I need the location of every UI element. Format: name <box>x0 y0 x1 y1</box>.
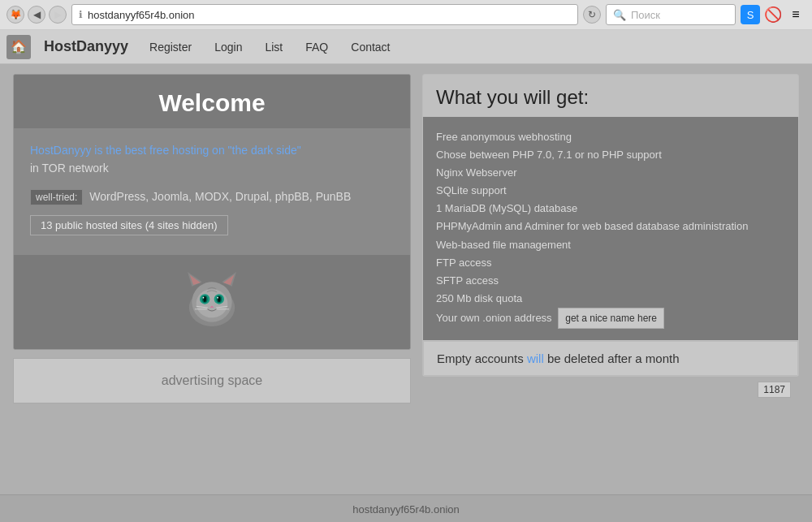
svg-point-12 <box>218 296 221 302</box>
main-content: Welcome HostDanyyy is the best free host… <box>0 64 812 494</box>
address-bar[interactable]: ℹ hostdanyyf65r4b.onion <box>71 4 578 25</box>
nav-login[interactable]: Login <box>203 32 253 62</box>
cat-container <box>14 255 410 349</box>
well-tried-badge: well-tried: <box>30 189 83 205</box>
empty-text1: Empty accounts <box>437 352 527 365</box>
browser-chrome: 🦊 ◀ ▶ ℹ hostdanyyf65r4b.onion ↻ 🔍 Поиск … <box>0 0 812 30</box>
search-bar[interactable]: 🔍 Поиск <box>606 4 736 25</box>
nav-buttons: 🦊 ◀ ▶ <box>6 6 67 24</box>
benefit-3: Nginx Webserver <box>436 164 785 182</box>
empty-accounts-text: Empty accounts will be deleted after a m… <box>437 352 680 365</box>
sites-badge-container: 13 public hosted sites (4 sites hidden) <box>30 215 394 242</box>
advertising-label: advertising space <box>162 373 263 387</box>
benefits-title: What you will get: <box>436 86 785 109</box>
nav-bar: 🏠 HostDanyyy Register Login List FAQ Con… <box>0 30 812 64</box>
svg-point-14 <box>217 297 218 299</box>
welcome-header: Welcome <box>14 75 410 128</box>
benefit-5: 1 MariaDB (MySQL) database <box>436 200 785 218</box>
benefit-onion: Your own .onion address get a nice name … <box>436 308 785 329</box>
svg-point-13 <box>203 297 205 299</box>
benefit-8: FTP access <box>436 254 785 272</box>
sites-badge: 13 public hosted sites (4 sites hidden) <box>30 215 228 235</box>
footer: hostdanyyf65r4b.onion <box>0 494 812 522</box>
home-button[interactable]: 🏠 <box>6 35 31 59</box>
refresh-button[interactable]: ↻ <box>583 6 601 24</box>
welcome-box: Welcome HostDanyyy is the best free host… <box>13 74 411 350</box>
forward-button[interactable]: ▶ <box>49 6 67 24</box>
footer-domain: hostdanyyf65r4b.onion <box>352 503 460 516</box>
benefit-1: Free anonymous webhosting <box>436 128 785 146</box>
onion-button[interactable]: get a nice name here <box>558 308 664 329</box>
nav-brand[interactable]: HostDanyyy <box>34 38 138 55</box>
counter-box: 1187 <box>758 382 791 398</box>
content-row: Welcome HostDanyyy is the best free host… <box>13 74 799 403</box>
welcome-body: HostDanyyy is the best free hosting on "… <box>14 128 410 255</box>
benefit-6: PHPMyAdmin and Adminer for web based dat… <box>436 218 785 235</box>
nav-register[interactable]: Register <box>138 32 203 62</box>
benefit-10: 250 Mb disk quota <box>436 290 785 308</box>
nav-links: Register Login List FAQ Contact <box>138 32 401 62</box>
search-icon: 🔍 <box>613 9 626 21</box>
address-text: hostdanyyf65r4b.onion <box>88 9 195 21</box>
benefit-2: Chose between PHP 7.0, 7.1 or no PHP sup… <box>436 146 785 164</box>
nav-list[interactable]: List <box>253 32 294 62</box>
menu-button[interactable]: ≡ <box>786 5 806 24</box>
info-icon: ℹ <box>79 9 83 20</box>
left-panel: Welcome HostDanyyy is the best free host… <box>13 74 411 403</box>
search-placeholder: Поиск <box>631 9 660 21</box>
benefit-9: SFTP access <box>436 272 785 290</box>
svg-point-6 <box>197 289 228 317</box>
well-tried-row: well-tried: WordPress, Joomla, MODX, Dru… <box>30 188 394 205</box>
empty-highlight: will <box>527 352 544 365</box>
welcome-title: Welcome <box>22 89 402 117</box>
svg-point-11 <box>203 296 206 302</box>
counter-row: 1187 <box>422 377 799 403</box>
block-icon[interactable]: 🚫 <box>763 5 783 24</box>
benefit-4: SQLite support <box>436 182 785 200</box>
firefox-icon[interactable]: 🦊 <box>6 6 24 24</box>
advertising-space: advertising space <box>13 358 411 403</box>
browser-icons: S 🚫 ≡ <box>741 5 806 24</box>
benefit-7: Web-based file management <box>436 236 785 254</box>
well-tried-apps: WordPress, Joomla, MODX, Drupal, phpBB, … <box>89 188 351 205</box>
nav-faq[interactable]: FAQ <box>294 32 339 62</box>
right-panel: What you will get: Free anonymous webhos… <box>422 74 799 403</box>
cheshire-cat-image <box>176 266 248 338</box>
benefits-header: What you will get: <box>423 75 798 117</box>
empty-text2: be deleted after a month <box>544 352 680 365</box>
nav-contact[interactable]: Contact <box>339 32 401 62</box>
welcome-desc-text2: in TOR network <box>30 162 109 175</box>
benefits-box: What you will get: Free anonymous webhos… <box>422 74 799 377</box>
browser-toolbar: 🦊 ◀ ▶ ℹ hostdanyyf65r4b.onion ↻ 🔍 Поиск … <box>0 0 812 29</box>
welcome-description: HostDanyyy is the best free hosting on "… <box>30 141 394 178</box>
skype-icon[interactable]: S <box>741 5 760 24</box>
back-button[interactable]: ◀ <box>28 6 45 24</box>
benefits-list: Free anonymous webhosting Chose between … <box>423 117 798 340</box>
empty-accounts-box: Empty accounts will be deleted after a m… <box>423 341 798 376</box>
onion-prefix: Your own .onion address <box>436 312 552 324</box>
welcome-desc-link: HostDanyyy is the best free hosting on "… <box>30 144 301 157</box>
